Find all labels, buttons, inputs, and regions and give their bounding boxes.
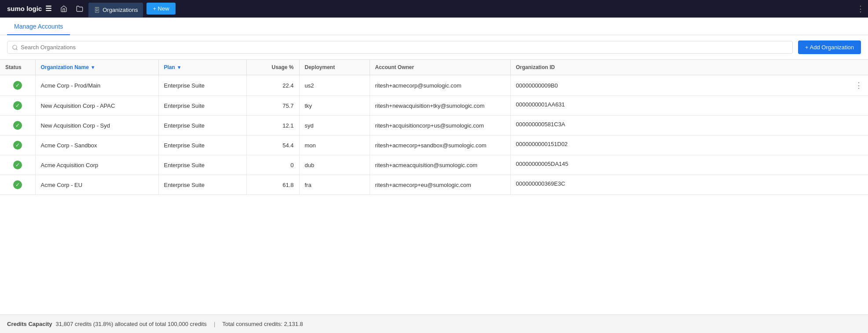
org-name-cell: New Acquisition Corp - Syd (35, 116, 158, 135)
organizations-tab-label: Organizations (103, 7, 138, 13)
col-deployment: Deployment (299, 60, 370, 75)
main-content: Manage Accounts + Add Organization Statu… (0, 18, 868, 315)
org-name-cell: Acme Corp - Prod/Main (35, 75, 158, 96)
tab-manage-accounts[interactable]: Manage Accounts (7, 18, 70, 35)
topbar-more-icon[interactable]: ⋮ (857, 4, 864, 14)
plan-cell: Enterprise Suite (158, 155, 246, 175)
logo-area: sumo logic ☰ (4, 4, 55, 13)
table-row: ✓Acme Acquisition CorpEnterprise Suite0d… (0, 155, 868, 175)
deployment-cell: tky (299, 96, 370, 116)
status-active-icon: ✓ (13, 161, 22, 169)
org-id-cell: 0000000000151D02 (511, 135, 868, 153)
status-active-icon: ✓ (13, 101, 22, 110)
organizations-table: Status Organization Name ▼ Plan ▼ (0, 59, 868, 195)
status-cell: ✓ (0, 135, 35, 155)
account-owner-cell: ritesh+newacquisition+tky@sumologic.com (370, 96, 510, 116)
usage-cell: 61.8 (246, 175, 299, 195)
home-nav-button[interactable] (57, 2, 71, 16)
add-organization-button[interactable]: + Add Organization (798, 40, 861, 54)
org-id-cell: 000000000369E3C (511, 175, 868, 192)
org-name-filter-icon[interactable]: ▼ (91, 65, 95, 70)
account-owner-cell: ritesh+acmecorp@sumologic.com (370, 75, 510, 96)
plan-cell: Enterprise Suite (158, 175, 246, 195)
plan-cell: Enterprise Suite (158, 96, 246, 116)
account-owner-cell: ritesh+acmecorp+sandbox@sumologic.com (370, 135, 510, 155)
org-name-cell: New Acquisition Corp - APAC (35, 96, 158, 116)
organizations-tab-icon: 🗄 (94, 7, 100, 14)
status-cell: ✓ (0, 96, 35, 116)
org-id-cell: 00000000009B0⋮ (511, 75, 868, 95)
tab-bar: Manage Accounts (0, 18, 868, 35)
organizations-table-container: Status Organization Name ▼ Plan ▼ (0, 59, 868, 195)
col-account-owner: Account Owner (370, 60, 510, 75)
status-cell: ✓ (0, 75, 35, 96)
table-row: ✓New Acquisition Corp - APACEnterprise S… (0, 96, 868, 116)
status-cell: ✓ (0, 175, 35, 195)
deployment-cell: dub (299, 155, 370, 175)
table-row: ✓Acme Corp - SandboxEnterprise Suite54.4… (0, 135, 868, 155)
col-org-name[interactable]: Organization Name ▼ (35, 60, 158, 75)
account-owner-cell: ritesh+acquisitioncorp+us@sumologic.com (370, 116, 510, 135)
search-box (7, 41, 793, 54)
deployment-cell: mon (299, 135, 370, 155)
org-name-cell: Acme Acquisition Corp (35, 155, 158, 175)
usage-cell: 22.4 (246, 75, 299, 96)
plan-filter-icon[interactable]: ▼ (177, 65, 182, 70)
col-org-id: Organization ID (510, 60, 868, 75)
account-owner-cell: ritesh+acmeacquisition@sumologic.com (370, 155, 510, 175)
org-id-cell: 0000000001AA631 (511, 96, 868, 113)
table-row: ✓Acme Corp - EUEnterprise Suite61.8frari… (0, 175, 868, 195)
usage-cell: 12.1 (246, 116, 299, 135)
table-row: ✓Acme Corp - Prod/MainEnterprise Suite22… (0, 75, 868, 96)
plan-cell: Enterprise Suite (158, 116, 246, 135)
toolbar: + Add Organization (0, 35, 868, 59)
status-active-icon: ✓ (13, 141, 22, 150)
deployment-cell: fra (299, 175, 370, 195)
table-body: ✓Acme Corp - Prod/MainEnterprise Suite22… (0, 75, 868, 195)
account-owner-cell: ritesh+acmecorp+eu@sumologic.com (370, 175, 510, 195)
org-id-cell: 00000000005DA145 (511, 155, 868, 172)
col-status: Status (0, 60, 35, 75)
svg-line-1 (16, 48, 18, 50)
deployment-cell: syd (299, 116, 370, 135)
new-button[interactable]: + New (146, 3, 175, 15)
plan-cell: Enterprise Suite (158, 75, 246, 96)
search-icon (12, 44, 18, 51)
search-input[interactable] (21, 44, 788, 51)
status-active-icon: ✓ (13, 81, 22, 90)
table-header-row: Status Organization Name ▼ Plan ▼ (0, 60, 868, 75)
hamburger-icon[interactable]: ☰ (45, 4, 51, 13)
status-active-icon: ✓ (13, 180, 22, 189)
org-name-cell: Acme Corp - Sandbox (35, 135, 158, 155)
usage-cell: 54.4 (246, 135, 299, 155)
folder-nav-button[interactable] (73, 2, 87, 16)
usage-cell: 0 (246, 155, 299, 175)
org-id-cell: 000000000581C3A (511, 116, 868, 133)
usage-cell: 75.7 (246, 96, 299, 116)
plan-cell: Enterprise Suite (158, 135, 246, 155)
table-row: ✓New Acquisition Corp - SydEnterprise Su… (0, 116, 868, 135)
organizations-tab[interactable]: 🗄 Organizations (88, 3, 143, 18)
org-name-cell: Acme Corp - EU (35, 175, 158, 195)
col-plan[interactable]: Plan ▼ (158, 60, 246, 75)
deployment-cell: us2 (299, 75, 370, 96)
logo-text: sumo logic (7, 5, 42, 12)
status-cell: ✓ (0, 116, 35, 135)
row-actions-menu[interactable]: ⋮ (855, 81, 863, 90)
status-cell: ✓ (0, 155, 35, 175)
topbar: sumo logic ☰ 🗄 Organizations + New ⋮ (0, 0, 868, 18)
status-active-icon: ✓ (13, 121, 22, 130)
col-usage: Usage % (246, 60, 299, 75)
